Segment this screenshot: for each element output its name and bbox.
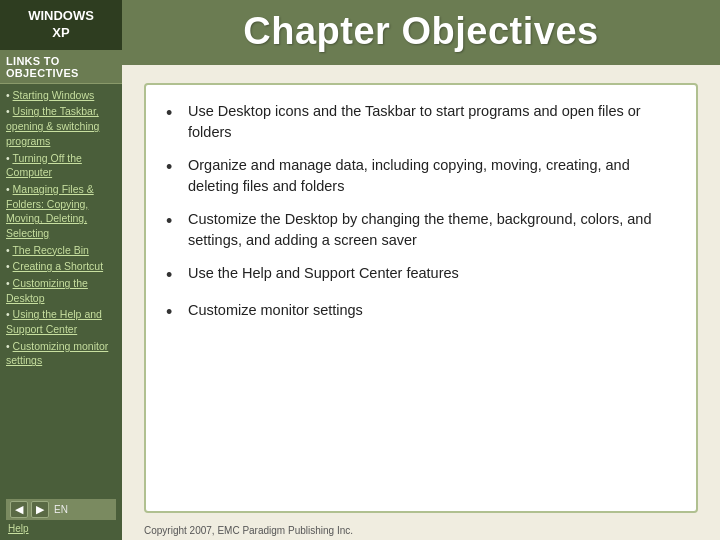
content-area: •Use Desktop icons and the Taskbar to st… [122, 65, 720, 521]
sidebar-title: WINDOWS XP [28, 8, 94, 40]
sidebar-link-item[interactable]: Using the Taskbar, opening & switching p… [6, 104, 116, 148]
nav-forward-button[interactable]: ▶ [31, 501, 49, 518]
objective-text: Use the Help and Support Center features [188, 263, 459, 284]
sidebar-nav-bar: ◀ ▶ EN [6, 499, 116, 520]
objective-item: •Organize and manage data, including cop… [166, 155, 676, 197]
sidebar-header: WINDOWS XP [0, 0, 122, 50]
sidebar-link-item[interactable]: The Recycle Bin [6, 243, 116, 258]
sidebar-links-list: Starting WindowsUsing the Taskbar, openi… [0, 84, 122, 495]
objective-bullet: • [166, 208, 184, 234]
objectives-box: •Use Desktop icons and the Taskbar to st… [144, 83, 698, 513]
sidebar-link-item[interactable]: Turning Off the Computer [6, 151, 116, 180]
chapter-title-bar: Chapter Objectives [122, 0, 720, 65]
objective-bullet: • [166, 262, 184, 288]
sidebar-link-item[interactable]: Managing Files & Folders: Copying, Movin… [6, 182, 116, 241]
objective-item: •Customize monitor settings [166, 300, 676, 325]
sidebar: WINDOWS XP LINKS TO OBJECTIVES Starting … [0, 0, 122, 540]
sidebar-link-item[interactable]: Creating a Shortcut [6, 259, 116, 274]
objective-text: Customize monitor settings [188, 300, 363, 321]
sidebar-bottom: ◀ ▶ EN Help [0, 495, 122, 540]
objective-item: •Use the Help and Support Center feature… [166, 263, 676, 288]
chapter-title: Chapter Objectives [243, 10, 598, 52]
objective-text: Use Desktop icons and the Taskbar to sta… [188, 101, 676, 143]
objective-text: Organize and manage data, including copy… [188, 155, 676, 197]
objective-bullet: • [166, 154, 184, 180]
objective-item: •Use Desktop icons and the Taskbar to st… [166, 101, 676, 143]
sidebar-link-item[interactable]: Using the Help and Support Center [6, 307, 116, 336]
nav-help-label: Help [6, 523, 116, 534]
main-content: Chapter Objectives •Use Desktop icons an… [122, 0, 720, 540]
objective-text: Customize the Desktop by changing the th… [188, 209, 676, 251]
nav-back-button[interactable]: ◀ [10, 501, 28, 518]
copyright-text: Copyright 2007, EMC Paradigm Publishing … [122, 521, 720, 540]
objective-bullet: • [166, 299, 184, 325]
sidebar-link-item[interactable]: Customizing monitor settings [6, 339, 116, 368]
sidebar-link-item[interactable]: Customizing the Desktop [6, 276, 116, 305]
objective-bullet: • [166, 100, 184, 126]
links-to-objectives-label: LINKS TO OBJECTIVES [0, 50, 122, 84]
objective-item: •Customize the Desktop by changing the t… [166, 209, 676, 251]
nav-lang-label: EN [54, 504, 68, 515]
sidebar-link-item[interactable]: Starting Windows [6, 88, 116, 103]
